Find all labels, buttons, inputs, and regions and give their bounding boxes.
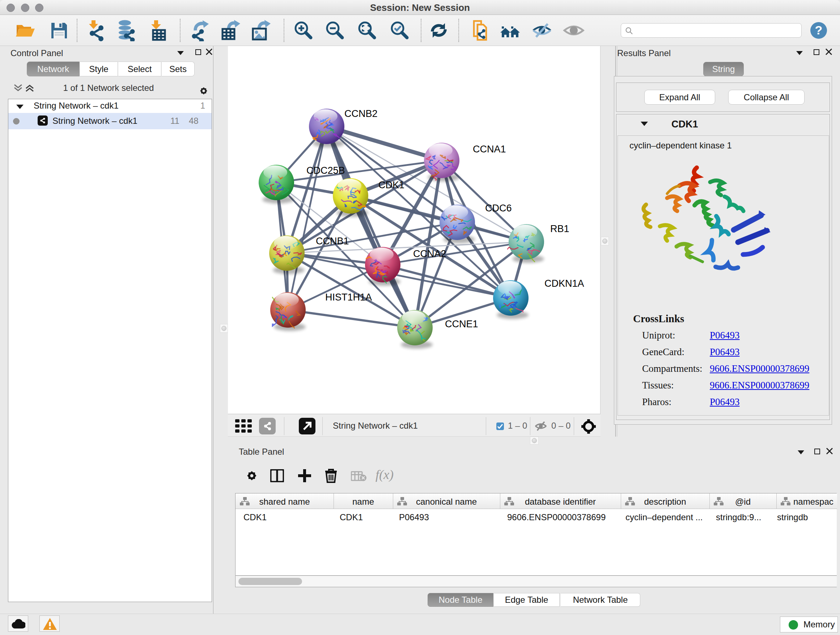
svg-text:CDKN1A: CDKN1A [545,278,584,289]
svg-text:CCNE1: CCNE1 [445,318,478,329]
svg-text:?: ? [815,23,823,37]
svg-text:CCNA1: CCNA1 [473,144,506,155]
svg-text:HIST1H1A: HIST1H1A [325,292,372,302]
svg-text:CCNB2: CCNB2 [344,108,378,119]
svg-text:CDK1: CDK1 [378,180,404,190]
svg-text:CCNB1: CCNB1 [316,236,349,247]
svg-text:CDC25B: CDC25B [306,165,345,176]
svg-text:CCNA2: CCNA2 [413,249,447,259]
svg-text:RB1: RB1 [550,223,569,234]
svg-text:CDC6: CDC6 [485,203,512,214]
